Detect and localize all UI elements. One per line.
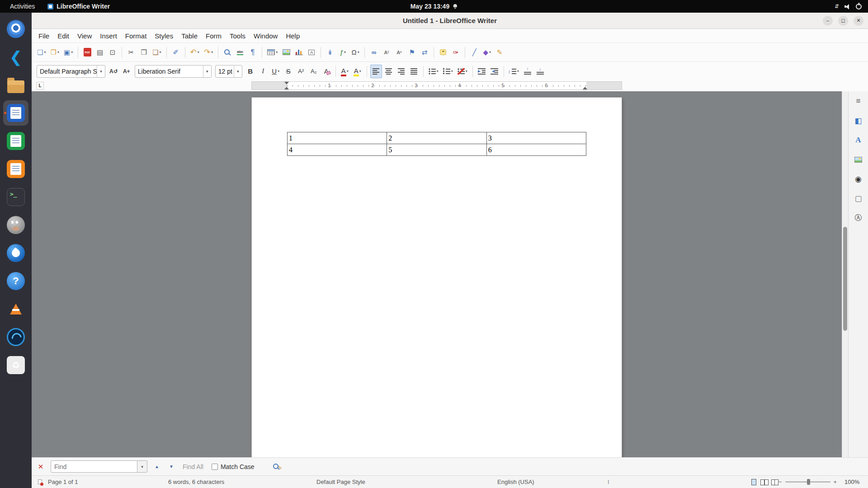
sidebar-settings-tab[interactable]: ≡ bbox=[851, 94, 866, 108]
clone-formatting-button[interactable]: ✐ bbox=[170, 46, 182, 59]
dock-item-vscode[interactable]: ❮ bbox=[3, 44, 28, 70]
chevron-down-icon[interactable] bbox=[203, 66, 211, 77]
window-title-bar[interactable]: Untitled 1 - LibreOffice Writer − ◻ ✕ bbox=[32, 13, 868, 29]
find-previous-button[interactable]: ▲ bbox=[152, 461, 162, 472]
table-cell[interactable]: 3 bbox=[487, 132, 586, 144]
single-page-view-button[interactable] bbox=[750, 479, 758, 485]
zoom-slider-thumb[interactable] bbox=[807, 479, 810, 485]
align-right-button[interactable] bbox=[396, 65, 407, 78]
chevron-down-icon[interactable] bbox=[234, 66, 242, 77]
word-count[interactable]: 6 words, 6 characters bbox=[168, 476, 224, 488]
document-page[interactable]: 1 2 3 4 5 6 bbox=[252, 98, 622, 457]
match-case-checkbox[interactable] bbox=[212, 464, 218, 470]
right-indent-marker[interactable] bbox=[583, 84, 587, 89]
formatting-marks-button[interactable]: ¶ bbox=[247, 46, 259, 59]
focused-app-menu[interactable]: LibreOffice Writer bbox=[47, 3, 110, 10]
paragraph-style-select[interactable]: Default Paragraph Style bbox=[37, 65, 105, 78]
tab-stop-selector[interactable]: L bbox=[36, 82, 44, 89]
table-cell[interactable]: 1 bbox=[288, 132, 387, 144]
minimize-button[interactable]: − bbox=[823, 16, 833, 26]
dock-item-vlc[interactable] bbox=[3, 296, 28, 322]
table-cell[interactable]: 6 bbox=[487, 144, 586, 156]
decrease-paragraph-spacing-button[interactable] bbox=[534, 65, 546, 78]
open-button[interactable]: ❒ bbox=[48, 46, 61, 59]
dock-item-gimp[interactable] bbox=[3, 212, 28, 238]
menu-window[interactable]: Window bbox=[250, 31, 282, 41]
insert-mode-indicator[interactable]: I bbox=[608, 476, 609, 488]
zoom-percent[interactable]: 100% bbox=[844, 476, 859, 488]
menu-help[interactable]: Help bbox=[282, 31, 304, 41]
redo-button[interactable]: ↷ bbox=[202, 46, 215, 59]
close-find-bar-button[interactable]: ✕ bbox=[35, 461, 46, 472]
insert-textbox-button[interactable]: A bbox=[306, 46, 317, 59]
dock-item-terminal[interactable] bbox=[3, 184, 28, 210]
text-language[interactable]: English (USA) bbox=[497, 476, 534, 488]
menu-styles[interactable]: Styles bbox=[151, 31, 177, 41]
horizontal-ruler[interactable]: 1 2 3 4 5 6 bbox=[252, 82, 622, 89]
find-history-dropdown[interactable]: ▾ bbox=[137, 460, 147, 473]
properties-tab[interactable]: ◧ bbox=[851, 113, 866, 128]
zoom-slider[interactable] bbox=[785, 481, 830, 483]
decrease-indent-button[interactable] bbox=[489, 65, 500, 78]
clear-formatting-button[interactable]: A bbox=[321, 65, 332, 78]
insert-bookmark-button[interactable]: ⚑ bbox=[406, 46, 418, 59]
font-size-select[interactable]: 12 pt bbox=[215, 65, 242, 78]
underline-button[interactable]: U bbox=[270, 65, 282, 78]
menu-view[interactable]: View bbox=[73, 31, 96, 41]
cut-button[interactable]: ✂ bbox=[125, 46, 137, 59]
multi-page-view-button[interactable] bbox=[760, 479, 768, 485]
menu-form[interactable]: Form bbox=[202, 31, 226, 41]
table-cell[interactable]: 2 bbox=[387, 132, 486, 144]
find-next-button[interactable]: ▼ bbox=[166, 461, 176, 472]
insert-comment-button[interactable]: ❝ bbox=[437, 46, 449, 59]
dock-item-libreoffice-calc[interactable] bbox=[3, 128, 28, 154]
find-input[interactable] bbox=[51, 460, 137, 473]
navigator-tab[interactable]: ◉ bbox=[851, 172, 866, 186]
zoom-in-button[interactable]: + bbox=[834, 479, 837, 485]
clock-menu[interactable]: May 23 13:49 bbox=[410, 3, 458, 10]
menu-table[interactable]: Table bbox=[177, 31, 202, 41]
insert-table-button[interactable] bbox=[265, 46, 279, 59]
dock-item-libreoffice-impress[interactable] bbox=[3, 156, 28, 182]
align-center-button[interactable] bbox=[383, 65, 395, 78]
dock-item-help[interactable]: ? bbox=[3, 268, 28, 294]
document-table[interactable]: 1 2 3 4 5 6 bbox=[287, 132, 586, 156]
zoom-out-button[interactable]: − bbox=[778, 479, 782, 485]
export-pdf-button[interactable]: PDF bbox=[81, 46, 93, 59]
insert-endnote-button[interactable]: Aⁿ bbox=[393, 46, 405, 59]
no-list-button[interactable] bbox=[456, 65, 469, 78]
gallery-tab[interactable] bbox=[851, 152, 866, 167]
vertical-scrollbar[interactable] bbox=[842, 91, 848, 457]
menu-edit[interactable]: Edit bbox=[53, 31, 73, 41]
save-button[interactable]: ▣ bbox=[62, 46, 75, 59]
left-indent-marker[interactable] bbox=[284, 84, 289, 89]
new-document-button[interactable]: ❏ bbox=[35, 46, 47, 59]
bold-button[interactable]: B bbox=[245, 65, 256, 78]
copy-button[interactable]: ❐ bbox=[138, 46, 150, 59]
menu-format[interactable]: Format bbox=[121, 31, 151, 41]
system-status-menu[interactable]: ⇵ bbox=[835, 3, 862, 9]
dock-item-libreoffice-writer[interactable] bbox=[3, 100, 28, 126]
cross-reference-button[interactable]: ⇄ bbox=[419, 46, 430, 59]
italic-button[interactable]: I bbox=[257, 65, 269, 78]
paste-button[interactable]: ❑ bbox=[151, 46, 163, 59]
print-button[interactable]: ▤ bbox=[94, 46, 106, 59]
styles-tab[interactable]: A bbox=[851, 133, 866, 147]
draw-functions-button[interactable]: ✎ bbox=[494, 46, 505, 59]
find-replace-button[interactable] bbox=[222, 46, 233, 59]
unordered-list-button[interactable] bbox=[427, 65, 440, 78]
font-name-select[interactable]: Liberation Serif bbox=[135, 65, 212, 78]
page-tab[interactable]: ▢ bbox=[851, 191, 866, 206]
line-spacing-button[interactable] bbox=[507, 65, 521, 78]
subscript-button[interactable]: A₂ bbox=[308, 65, 320, 78]
chevron-down-icon[interactable] bbox=[97, 66, 105, 77]
special-character-button[interactable]: Ω bbox=[349, 46, 361, 59]
dock-item-trash[interactable]: ♻ bbox=[3, 352, 28, 378]
strikethrough-button[interactable]: S bbox=[283, 65, 294, 78]
activities-button[interactable]: Activities bbox=[6, 2, 38, 11]
find-all-button[interactable]: Find All bbox=[183, 463, 203, 470]
document-area[interactable]: 1 2 3 4 5 6 bbox=[32, 91, 842, 457]
find-and-replace-button[interactable]: ✎ bbox=[271, 460, 284, 474]
ordered-list-button[interactable] bbox=[441, 65, 455, 78]
maximize-button[interactable]: ◻ bbox=[838, 16, 848, 26]
